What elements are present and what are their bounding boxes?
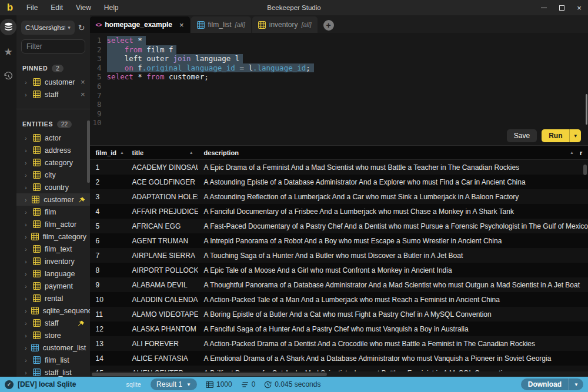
- chevron-right-icon[interactable]: ›: [25, 320, 29, 327]
- table-row[interactable]: 4 AFFAIR PREJUDICE A Fanciful Documentar…: [90, 204, 588, 219]
- pinned-section-header[interactable]: PINNED 2: [16, 63, 90, 73]
- chevron-right-icon[interactable]: ›: [25, 307, 27, 314]
- sql-editor[interactable]: 1select *2 from film f3 left outer join …: [90, 33, 588, 126]
- table-row[interactable]: 11 ALAMO VIDEOTAPE A Boring Epistle of a…: [90, 307, 588, 321]
- table-row[interactable]: 10 ALADDIN CALENDAR A Action-Packed Tale…: [90, 292, 588, 307]
- add-tab-button[interactable]: +: [323, 20, 334, 31]
- editor-line[interactable]: 2 from film f: [90, 45, 588, 55]
- editor-line[interactable]: 7: [90, 91, 588, 100]
- cell-film-id[interactable]: 13: [90, 340, 126, 348]
- entity-item[interactable]: › staff_list: [16, 366, 90, 377]
- cell-description[interactable]: A Action-Packed Tale of a Man And a Lumb…: [198, 296, 588, 304]
- entity-item[interactable]: › film_text: [16, 243, 90, 255]
- database-path-dropdown[interactable]: C:\Users\ghstng\Downloads ▾: [21, 21, 75, 35]
- cell-film-id[interactable]: 9: [90, 281, 126, 289]
- cell-description[interactable]: A Boring Epistle of a Butler And a Cat w…: [198, 310, 588, 319]
- chevron-right-icon[interactable]: ›: [25, 270, 29, 277]
- filter-input[interactable]: [26, 42, 90, 51]
- download-options-caret[interactable]: ▼: [569, 378, 583, 390]
- editor-line[interactable]: 9: [90, 109, 588, 119]
- chevron-right-icon[interactable]: ›: [25, 159, 29, 166]
- chevron-right-icon[interactable]: ›: [25, 172, 29, 179]
- menu-file[interactable]: File: [20, 0, 44, 15]
- entity-item[interactable]: › staff ×: [16, 88, 90, 100]
- chevron-right-icon[interactable]: ›: [25, 196, 28, 203]
- table-row[interactable]: 12 ALASKA PHANTOM A Fanciful Saga of a H…: [90, 321, 588, 336]
- cell-description[interactable]: A Fanciful Documentary of a Frisbee And …: [198, 207, 588, 216]
- cell-description[interactable]: A Epic Drama of a Feminist And a Mad Sci…: [198, 163, 588, 172]
- cell-description[interactable]: A Fast-Paced Documentary of a Pastry Che…: [198, 222, 588, 230]
- entities-section-header[interactable]: ENTITIES 22: [16, 119, 90, 129]
- cell-description[interactable]: A Intrepid Panorama of a Robot And a Boy…: [198, 237, 588, 245]
- cell-title[interactable]: AIRPLANE SIERRA: [126, 252, 198, 260]
- cell-title[interactable]: ALADDIN CALENDAR: [126, 296, 198, 304]
- cell-title[interactable]: ALASKA PHANTOM: [126, 325, 198, 333]
- editor-line[interactable]: 4 on f.original_language_id = l.language…: [90, 63, 588, 73]
- editor-line[interactable]: 10: [90, 118, 588, 126]
- chevron-right-icon[interactable]: ›: [25, 357, 29, 364]
- cell-film-id[interactable]: 1: [90, 163, 126, 172]
- table-row[interactable]: 6 AGENT TRUMAN A Intrepid Panorama of a …: [90, 233, 588, 248]
- cell-film-id[interactable]: 11: [90, 310, 126, 319]
- entity-item[interactable]: › staff: [16, 317, 90, 329]
- entity-item[interactable]: › film_category: [16, 230, 90, 243]
- cell-title[interactable]: ACADEMY DINOSAUR: [126, 163, 198, 172]
- entity-item[interactable]: › inventory: [16, 255, 90, 267]
- chevron-right-icon[interactable]: ›: [25, 135, 29, 142]
- chevron-right-icon[interactable]: ›: [25, 283, 29, 290]
- entity-item[interactable]: › film_list: [16, 354, 90, 366]
- tab-inventory[interactable]: inventory [all]: [252, 16, 318, 33]
- cell-film-id[interactable]: 6: [90, 237, 126, 245]
- sort-icon[interactable]: ▲: [570, 150, 574, 155]
- table-row[interactable]: 5 AFRICAN EGG A Fast-Paced Documentary o…: [90, 219, 588, 233]
- sort-icon[interactable]: ▲: [120, 150, 124, 155]
- pin-icon[interactable]: [78, 196, 85, 203]
- column-header-title[interactable]: title▲: [126, 149, 198, 156]
- cell-title[interactable]: ALICE FANTASIA: [126, 354, 198, 363]
- chevron-right-icon[interactable]: ›: [25, 221, 29, 228]
- column-header-film-id[interactable]: film_id▲: [90, 149, 126, 156]
- results-vertical-scrollbar[interactable]: [583, 165, 587, 175]
- menu-view[interactable]: View: [69, 0, 98, 15]
- sort-icon[interactable]: ▲: [189, 150, 193, 155]
- pin-icon[interactable]: [78, 319, 85, 327]
- column-header-description[interactable]: description▲: [198, 149, 579, 156]
- cell-film-id[interactable]: 10: [90, 296, 126, 304]
- chevron-right-icon[interactable]: ›: [25, 184, 29, 191]
- chevron-right-icon[interactable]: ›: [25, 246, 29, 253]
- unpin-close-icon[interactable]: ×: [81, 78, 85, 86]
- entity-item[interactable]: › payment: [16, 280, 90, 292]
- entity-item[interactable]: › film: [16, 206, 90, 218]
- cell-film-id[interactable]: 7: [90, 252, 126, 260]
- chevron-right-icon[interactable]: ›: [25, 258, 29, 265]
- chevron-right-icon[interactable]: ›: [25, 209, 29, 216]
- results-horizontal-scrollbar[interactable]: [90, 371, 588, 377]
- cell-title[interactable]: ALAMO VIDEOTAPE: [126, 310, 198, 319]
- menu-edit[interactable]: Edit: [44, 0, 69, 15]
- cell-title[interactable]: AGENT TRUMAN: [126, 237, 198, 245]
- entity-item[interactable]: › actor: [16, 132, 90, 144]
- run-button[interactable]: Run ▾: [542, 129, 581, 142]
- download-button[interactable]: Download ▼: [521, 378, 583, 390]
- maximize-button[interactable]: [553, 0, 570, 15]
- entity-item[interactable]: › country: [16, 181, 90, 193]
- entity-item[interactable]: › city: [16, 169, 90, 181]
- cell-film-id[interactable]: 12: [90, 325, 126, 333]
- cell-description[interactable]: A Action-Packed Drama of a Dentist And a…: [198, 340, 588, 348]
- chevron-right-icon[interactable]: ›: [25, 91, 29, 98]
- unpin-close-icon[interactable]: ×: [81, 90, 85, 99]
- cell-title[interactable]: AIRPORT POLLOCK: [126, 266, 198, 274]
- download-label[interactable]: Download: [521, 380, 569, 388]
- column-header-clipped[interactable]: r: [579, 149, 588, 156]
- table-row[interactable]: 13 ALI FOREVER A Action-Packed Drama of …: [90, 336, 588, 351]
- refresh-icon[interactable]: ↻: [78, 23, 85, 32]
- entity-item[interactable]: › customer: [16, 193, 90, 206]
- editor-line[interactable]: 8: [90, 100, 588, 109]
- table-row[interactable]: 2 ACE GOLDFINGER A Astounding Epistle of…: [90, 175, 588, 189]
- cell-description[interactable]: A Emotional Drama of a A Shark And a Dat…: [198, 354, 588, 363]
- cell-title[interactable]: AFRICAN EGG: [126, 222, 198, 230]
- save-button[interactable]: Save: [507, 129, 537, 142]
- cell-title[interactable]: ALI FOREVER: [126, 340, 198, 348]
- editor-line[interactable]: 5select * from customer;: [90, 72, 588, 82]
- table-row[interactable]: 9 ALABAMA DEVIL A Thoughtful Panorama of…: [90, 277, 588, 292]
